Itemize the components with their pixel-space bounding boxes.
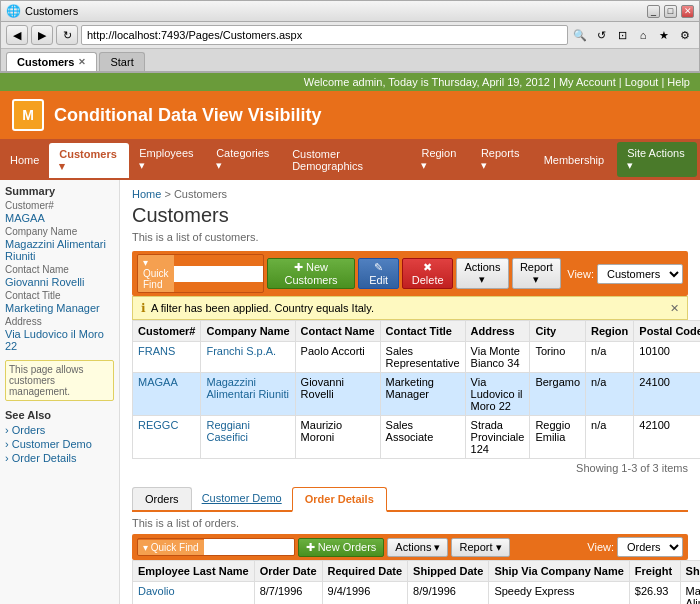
col-address: Address	[465, 321, 530, 342]
customer-link[interactable]: MAGAA	[138, 376, 178, 388]
refresh-icon[interactable]: ↺	[592, 26, 610, 44]
favorites-icon[interactable]: ★	[655, 26, 673, 44]
breadcrumb-home[interactable]: Home	[132, 188, 161, 200]
report-button[interactable]: Report ▾	[512, 258, 562, 289]
see-also-orders[interactable]: Orders	[5, 424, 114, 436]
orders-table: Employee Last Name Order Date Required D…	[132, 560, 700, 604]
col-customer-num: Customer#	[133, 321, 201, 342]
new-orders-button[interactable]: ✚ New Orders	[298, 538, 385, 557]
view-label: View:	[567, 268, 594, 280]
customer-link[interactable]: Reggiani Caseifici	[206, 419, 249, 443]
orders-section: This is a list of orders. ▾ Quick Find ✚…	[132, 517, 688, 604]
nav-reports[interactable]: Reports ▾	[471, 142, 534, 177]
sidebar-customer-num[interactable]: MAGAA	[5, 212, 114, 224]
orders-actions-button[interactable]: Actions ▾	[387, 538, 448, 557]
filter-bar: ℹ A filter has been applied. Country equ…	[132, 296, 688, 320]
maximize-button[interactable]: □	[664, 5, 677, 18]
orders-description: This is a list of orders.	[132, 517, 688, 529]
view-select[interactable]: Customers	[597, 264, 683, 284]
tools-icon[interactable]: ⚙	[676, 26, 694, 44]
customers-table: Customer# Company Name Contact Name Cont…	[132, 320, 700, 459]
col-region: Region	[586, 321, 634, 342]
browser-favicon: 🌐	[6, 4, 21, 18]
see-also-customer-demo[interactable]: Customer Demo	[5, 438, 114, 450]
tab-customers-close[interactable]: ✕	[78, 57, 86, 67]
nav-customers[interactable]: Customers ▾	[49, 143, 129, 178]
sidebar-note: This page allows customers management.	[5, 360, 114, 401]
tab-customer-demo[interactable]: Customer Demo	[194, 487, 290, 510]
refresh-button[interactable]: ↻	[56, 25, 78, 45]
see-also-title: See Also	[5, 409, 114, 421]
nav-home[interactable]: Home	[0, 149, 49, 171]
back-button[interactable]: ◀	[6, 25, 28, 45]
quick-find-orders: ▾ Quick Find	[137, 538, 295, 556]
see-also-order-details[interactable]: Order Details	[5, 452, 114, 464]
nav-customer-demographics[interactable]: Customer Demographics	[282, 143, 411, 177]
summary-title: Summary	[5, 185, 114, 197]
search-icon[interactable]: 🔍	[571, 26, 589, 44]
table-row[interactable]: FRANSFranchi S.p.A.Paolo AccortiSales Re…	[133, 342, 701, 373]
nav-membership[interactable]: Membership	[534, 149, 615, 171]
home-icon[interactable]: ⌂	[634, 26, 652, 44]
address-label: Address	[5, 316, 114, 327]
orders-quick-find-input[interactable]	[204, 539, 294, 555]
col-postal: Postal Code	[634, 321, 700, 342]
orders-toolbar: ▾ Quick Find ✚ New Orders Actions ▾ Repo…	[132, 534, 688, 560]
sidebar-contact-name[interactable]: Giovanni Rovelli	[5, 276, 114, 288]
table-row[interactable]: MAGAAMagazzini Alimentari RiunitiGiovann…	[133, 373, 701, 416]
tab-customers-label: Customers	[17, 56, 74, 68]
orders-col-ship-name: Ship Name	[680, 561, 700, 582]
customer-link[interactable]: Magazzini Alimentari Riuniti	[206, 376, 289, 400]
nav-region[interactable]: Region ▾	[411, 142, 470, 177]
sidebar-company-name[interactable]: Magazzini Alimentari Riuniti	[5, 238, 114, 262]
delete-button[interactable]: ✖ Delete	[402, 258, 453, 289]
minimize-button[interactable]: _	[647, 5, 660, 18]
page-title: Customers	[132, 204, 688, 227]
breadcrumb: Home > Customers	[132, 188, 688, 200]
quick-find-label[interactable]: ▾ Quick Find	[138, 255, 174, 292]
tab-order-details[interactable]: Order Details	[292, 487, 387, 512]
edit-button[interactable]: ✎ Edit	[358, 258, 399, 289]
orders-view-label: View:	[587, 541, 614, 553]
order-employee-link[interactable]: Davolio	[138, 585, 175, 597]
col-contact-title: Contact Title	[380, 321, 465, 342]
customer-num-label: Customer#	[5, 200, 114, 211]
welcome-bar: Welcome admin, Today is Thursday, April …	[0, 73, 700, 91]
filter-close-button[interactable]: ✕	[670, 302, 679, 315]
col-company-name: Company Name	[201, 321, 295, 342]
forward-button[interactable]: ▶	[31, 25, 53, 45]
customer-link[interactable]: REGGC	[138, 419, 178, 431]
compatibility-icon[interactable]: ⊡	[613, 26, 631, 44]
nav-employees[interactable]: Employees ▾	[129, 142, 206, 177]
browser-title: Customers	[25, 5, 643, 17]
address-bar[interactable]	[81, 25, 568, 45]
tab-start-label: Start	[110, 56, 133, 68]
orders-view-select[interactable]: Orders	[617, 537, 683, 557]
table-row[interactable]: REGGCReggiani CaseificiMaurizio MoroniSa…	[133, 416, 701, 459]
table-row[interactable]: Davolio8/7/19969/4/19968/9/1996Speedy Ex…	[133, 582, 701, 605]
filter-message: A filter has been applied. Country equal…	[151, 302, 374, 314]
orders-report-button[interactable]: Report ▾	[451, 538, 509, 557]
sidebar-contact-title[interactable]: Marketing Manager	[5, 302, 114, 314]
tab-start[interactable]: Start	[99, 52, 144, 71]
site-actions-button[interactable]: Site Actions ▾	[617, 142, 697, 177]
sidebar-address[interactable]: Via Ludovico il Moro 22	[5, 328, 114, 352]
breadcrumb-current: Customers	[174, 188, 227, 200]
actions-button[interactable]: Actions ▾	[456, 258, 508, 289]
main-nav: Home Customers ▾ Employees ▾ Categories …	[0, 139, 700, 180]
new-customers-button[interactable]: ✚ New Customers	[267, 258, 355, 289]
quick-find-input[interactable]	[174, 266, 264, 282]
orders-quick-find-label[interactable]: ▾ Quick Find	[138, 540, 204, 555]
tab-customers[interactable]: Customers ✕	[6, 52, 97, 71]
customer-link[interactable]: Franchi S.p.A.	[206, 345, 276, 357]
orders-col-employee: Employee Last Name	[133, 561, 255, 582]
orders-col-shipped-date: Shipped Date	[408, 561, 489, 582]
contact-title-label: Contact Title	[5, 290, 114, 301]
col-contact-name: Contact Name	[295, 321, 380, 342]
customer-link[interactable]: FRANS	[138, 345, 175, 357]
tab-orders[interactable]: Orders	[132, 487, 192, 510]
nav-categories[interactable]: Categories ▾	[206, 142, 282, 177]
close-button[interactable]: ✕	[681, 5, 694, 18]
col-city: City	[530, 321, 586, 342]
orders-col-freight: Freight	[629, 561, 680, 582]
